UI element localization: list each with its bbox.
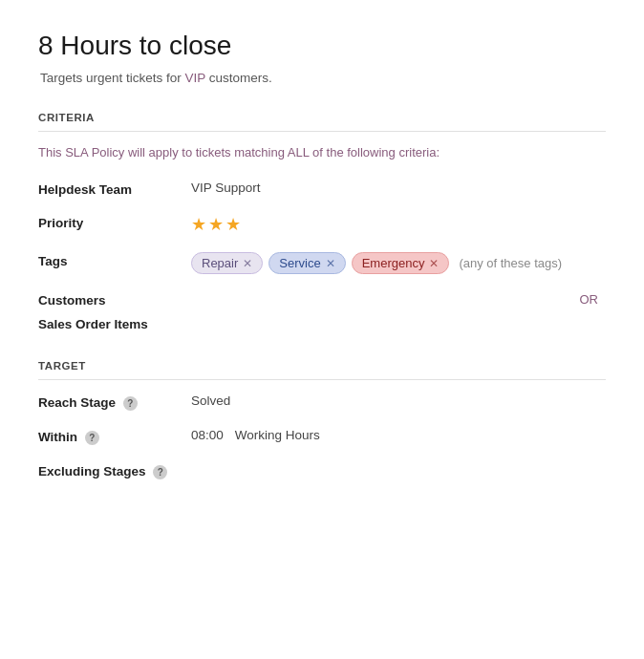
tags-label: Tags — [38, 252, 191, 268]
reach-stage-label: Reach Stage ? — [38, 393, 191, 411]
helpdesk-team-row: Helpdesk Team VIP Support — [38, 181, 606, 197]
helpdesk-team-value: VIP Support — [191, 181, 606, 195]
criteria-note: This SLA Policy will apply to tickets ma… — [38, 145, 606, 159]
tag-repair[interactable]: Repair ✕ — [191, 252, 263, 274]
or-label: OR — [580, 292, 607, 307]
excluding-stages-help-icon[interactable]: ? — [153, 465, 167, 479]
helpdesk-team-label: Helpdesk Team — [38, 181, 191, 197]
star-2: ★ — [208, 214, 224, 235]
within-label: Within ? — [38, 428, 191, 445]
customers-label: Customers — [38, 291, 191, 308]
stars-container: ★ ★ ★ — [191, 214, 606, 235]
sales-order-items-label: Sales Order Items — [38, 315, 191, 331]
tag-emergency[interactable]: Emergency ✕ — [352, 252, 450, 274]
vip-link[interactable]: VIP — [185, 71, 206, 85]
criteria-section: CRITERIA This SLA Policy will apply to t… — [38, 112, 606, 331]
tag-emergency-remove[interactable]: ✕ — [429, 257, 439, 270]
target-section: TARGET Reach Stage ? Solved Within ? 08:… — [38, 360, 606, 479]
within-time: 08:00 — [191, 428, 224, 442]
tag-repair-remove[interactable]: ✕ — [243, 257, 252, 270]
criteria-header: CRITERIA — [38, 112, 606, 132]
tags-container: Repair ✕ Service ✕ Emergency ✕ (any of t… — [191, 252, 606, 274]
subtitle-prefix: Targets urgent tickets for — [40, 71, 185, 85]
sales-order-items-row: Sales Order Items — [38, 315, 606, 331]
target-header: TARGET — [38, 360, 606, 380]
tags-value: Repair ✕ Service ✕ Emergency ✕ (any of t… — [191, 252, 606, 274]
tags-row: Tags Repair ✕ Service ✕ Emergency ✕ (any… — [38, 252, 606, 274]
within-unit: Working Hours — [235, 428, 320, 442]
page-title: 8 Hours to close — [38, 31, 606, 61]
reach-stage-help-icon[interactable]: ? — [123, 396, 138, 411]
subtitle-suffix: customers. — [205, 71, 272, 85]
within-value: 08:00 Working Hours — [191, 428, 606, 442]
customers-row: Customers OR — [38, 291, 606, 308]
within-row: Within ? 08:00 Working Hours — [38, 428, 606, 445]
subtitle: Targets urgent tickets for VIP customers… — [38, 71, 606, 85]
priority-label: Priority — [38, 214, 191, 230]
tag-service-remove[interactable]: ✕ — [326, 257, 335, 270]
priority-row: Priority ★ ★ ★ — [38, 214, 606, 235]
tag-service-text: Service — [279, 256, 320, 270]
reach-stage-row: Reach Stage ? Solved — [38, 393, 606, 411]
excluding-stages-row: Excluding Stages ? — [38, 462, 606, 479]
tag-emergency-text: Emergency — [362, 256, 425, 270]
star-3: ★ — [225, 214, 241, 235]
excluding-stages-label: Excluding Stages ? — [38, 462, 191, 479]
within-help-icon[interactable]: ? — [85, 431, 99, 445]
tag-service[interactable]: Service ✕ — [268, 252, 345, 274]
tag-repair-text: Repair — [202, 256, 238, 270]
star-1: ★ — [191, 214, 206, 235]
any-tags-note: (any of these tags) — [459, 256, 562, 270]
reach-stage-value: Solved — [191, 393, 606, 408]
priority-value: ★ ★ ★ — [191, 214, 606, 235]
